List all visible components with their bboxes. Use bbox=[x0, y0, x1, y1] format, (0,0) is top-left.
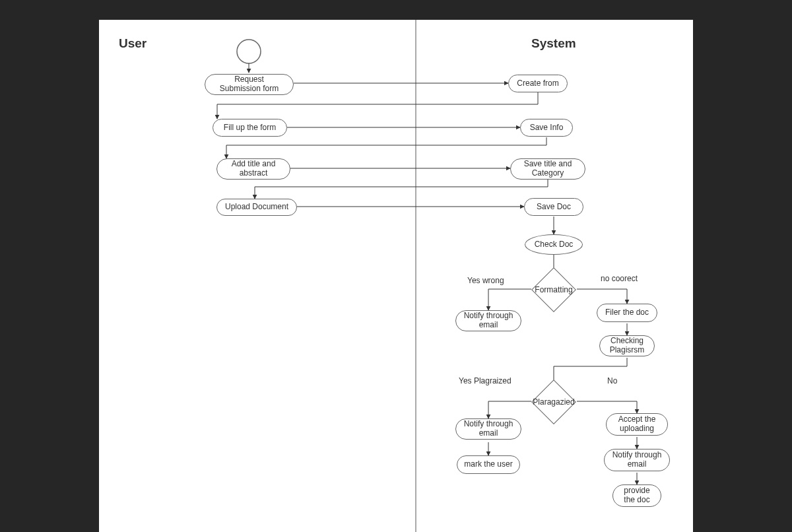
node-mark-user: mark the user bbox=[457, 455, 520, 474]
edge-label-yes-plagiarized: Yes Plagraized bbox=[459, 376, 512, 385]
node-save-info: Save Info bbox=[520, 119, 573, 137]
node-notify-email-1: Notify throughemail bbox=[455, 310, 521, 331]
node-accept-uploading: Accept theuploading bbox=[606, 413, 668, 436]
node-notify-email-3: Notify throughemail bbox=[604, 449, 670, 471]
diagram-canvas: User System bbox=[99, 20, 693, 532]
decision-plagiarized: Plaragazied bbox=[538, 386, 570, 418]
node-create-form: Create from bbox=[508, 75, 568, 92]
node-fill-form: Fill up the form bbox=[213, 119, 287, 137]
node-check-doc: Check Doc bbox=[525, 234, 583, 255]
node-notify-email-2: Notify throughemail bbox=[455, 418, 521, 440]
svg-point-1 bbox=[237, 40, 261, 63]
node-filter-doc: Filer the doc bbox=[597, 304, 657, 322]
swimlane-title-system: System bbox=[531, 36, 576, 51]
swimlane-title-user: User bbox=[119, 36, 147, 51]
node-add-title: Add title andabstract bbox=[216, 158, 290, 180]
node-save-doc: Save Doc bbox=[524, 198, 583, 216]
node-provide-doc: providethe doc bbox=[612, 484, 661, 507]
node-checking-plagiarism: CheckingPlagisrsm bbox=[599, 335, 655, 356]
node-save-title: Save title andCategory bbox=[510, 158, 585, 180]
decision-formatting: Formatting bbox=[538, 274, 570, 306]
node-request-submission: RequestSubmission form bbox=[205, 74, 294, 95]
edge-label-no: No bbox=[607, 376, 617, 385]
edge-label-no-correct: no coorect bbox=[601, 274, 638, 283]
decision-plagiarized-label: Plaragazied bbox=[533, 397, 574, 407]
decision-formatting-label: Formatting bbox=[535, 285, 572, 294]
node-upload-document: Upload Document bbox=[216, 199, 297, 216]
edge-label-yes-wrong: Yes wrong bbox=[467, 276, 504, 285]
